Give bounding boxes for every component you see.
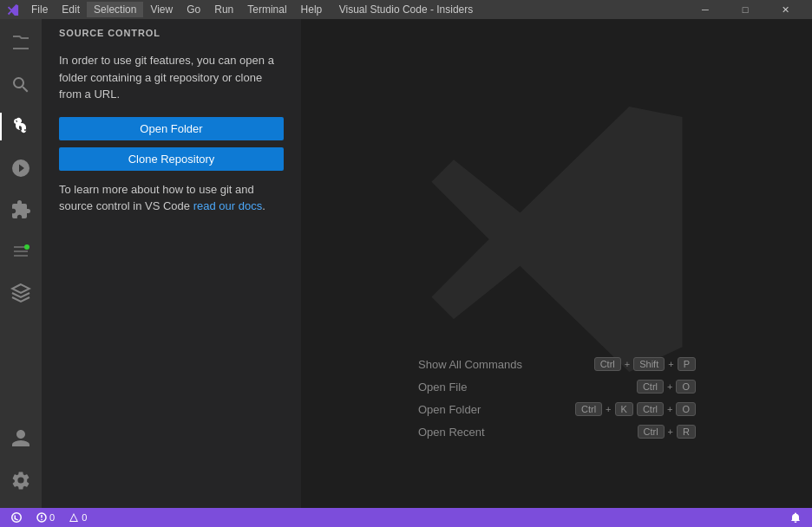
key-ctrl-1: Ctrl: [594, 357, 621, 371]
minimize-button[interactable]: ─: [685, 0, 725, 19]
vscode-app-icon: [7, 3, 19, 16]
sidebar-header: Source Control: [42, 19, 301, 45]
vscode-watermark: [409, 85, 704, 383]
status-errors[interactable]: 0: [33, 508, 58, 527]
open-folder-button[interactable]: Open Folder: [59, 117, 284, 140]
warning-status-icon: [69, 512, 79, 523]
menu-bar: File Edit Selection View Go Run Terminal…: [24, 2, 329, 17]
key-ctrl-4: Ctrl: [637, 402, 664, 416]
sidebar-content: In order to use git features, you can op…: [42, 45, 301, 508]
title-bar-left: File Edit Selection View Go Run Terminal…: [7, 2, 329, 17]
activity-source-control[interactable]: [0, 106, 42, 147]
menu-selection[interactable]: Selection: [87, 2, 143, 17]
window-controls: ─ □ ✕: [685, 0, 805, 19]
shortcut-open-recent: Open Recent Ctrl + R: [418, 425, 696, 439]
close-button[interactable]: ✕: [765, 0, 805, 19]
error-count: 0: [49, 512, 55, 523]
menu-go[interactable]: Go: [180, 2, 207, 17]
key-ctrl-3: Ctrl: [575, 402, 602, 416]
status-remote[interactable]: [7, 508, 26, 527]
activity-remote-explorer[interactable]: [0, 231, 42, 272]
svg-point-5: [73, 520, 74, 521]
menu-run[interactable]: Run: [207, 2, 240, 17]
read-docs-link[interactable]: read our docs: [193, 199, 263, 212]
menu-terminal[interactable]: Terminal: [240, 2, 293, 17]
activity-run-debug[interactable]: [0, 147, 42, 189]
error-status-icon: [36, 512, 47, 523]
window-title: Visual Studio Code - Insiders: [339, 3, 474, 16]
remote-status-icon: [10, 511, 23, 524]
activity-search[interactable]: [0, 64, 42, 106]
main-area: Source Control In order to use git featu…: [0, 19, 812, 508]
editor-area: Show All Commands Ctrl + Shift + P Open …: [302, 19, 812, 508]
svg-point-0: [24, 244, 29, 250]
sidebar-footer-text: To learn more about how to use git and s…: [59, 181, 284, 215]
key-shift-1: Shift: [633, 357, 665, 371]
sidebar-description: In order to use git features, you can op…: [59, 52, 284, 103]
status-bar-right: [786, 508, 805, 527]
activity-bar: [0, 19, 42, 508]
shortcut-open-recent-keys: Ctrl + R: [638, 425, 697, 439]
activity-bar-bottom: [0, 418, 42, 508]
key-ctrl-5: Ctrl: [638, 425, 665, 439]
shortcut-open-file-keys: Ctrl + O: [637, 380, 696, 394]
title-bar: File Edit Selection View Go Run Terminal…: [0, 0, 812, 19]
key-o-1: O: [676, 380, 696, 394]
activity-explorer[interactable]: [0, 23, 42, 64]
activity-branch[interactable]: [0, 272, 42, 314]
sidebar: Source Control In order to use git featu…: [42, 19, 302, 508]
clone-repository-button[interactable]: Clone Repository: [59, 147, 284, 171]
key-p: P: [678, 357, 696, 371]
svg-point-3: [41, 519, 43, 521]
status-warnings[interactable]: 0: [65, 508, 90, 527]
maximize-button[interactable]: □: [725, 0, 765, 19]
shortcut-open-file: Open File Ctrl + O: [418, 380, 696, 394]
footer-text-after-link: .: [262, 199, 265, 212]
menu-help[interactable]: Help: [294, 2, 330, 17]
shortcut-open-folder-keys: Ctrl + K Ctrl + O: [575, 402, 696, 416]
menu-edit[interactable]: Edit: [55, 2, 87, 17]
shortcut-open-folder: Open Folder Ctrl + K Ctrl + O: [418, 402, 696, 416]
menu-view[interactable]: View: [143, 2, 180, 17]
shortcut-open-recent-label: Open Recent: [418, 426, 485, 439]
status-bar-left: 0 0: [7, 508, 90, 527]
activity-settings[interactable]: [0, 459, 42, 501]
shortcuts-container: Show All Commands Ctrl + Shift + P Open …: [418, 357, 696, 439]
shortcut-show-commands: Show All Commands Ctrl + Shift + P: [418, 357, 696, 371]
bell-status-icon: [789, 511, 802, 524]
key-k: K: [615, 402, 633, 416]
shortcut-open-file-label: Open File: [418, 381, 467, 394]
activity-extensions[interactable]: [0, 189, 42, 231]
shortcut-show-commands-label: Show All Commands: [418, 358, 522, 371]
shortcut-open-folder-label: Open Folder: [418, 403, 481, 416]
activity-account[interactable]: [0, 418, 42, 459]
key-ctrl-2: Ctrl: [637, 380, 664, 394]
shortcut-show-commands-keys: Ctrl + Shift + P: [594, 357, 696, 371]
warning-count: 0: [82, 512, 87, 523]
key-r: R: [677, 425, 696, 439]
menu-file[interactable]: File: [24, 2, 55, 17]
key-o-2: O: [676, 402, 696, 416]
status-bell[interactable]: [786, 508, 805, 527]
status-bar: 0 0: [0, 508, 812, 527]
